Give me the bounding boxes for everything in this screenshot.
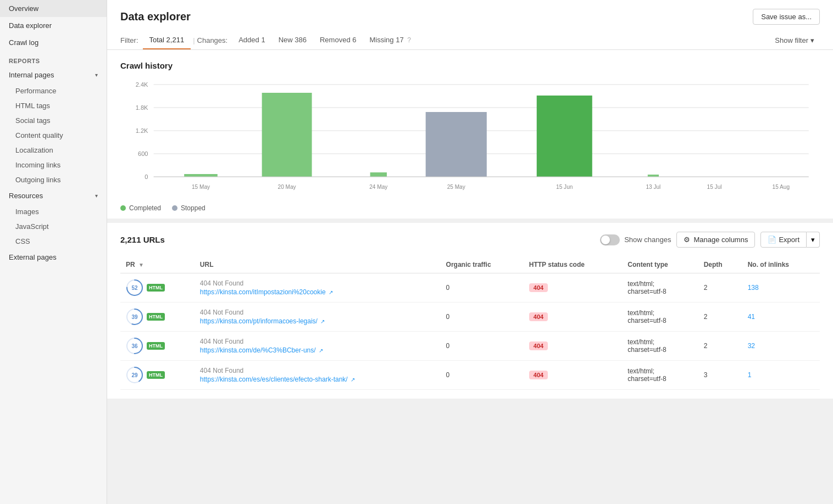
depth-cell: 3 <box>698 361 742 390</box>
svg-text:0: 0 <box>145 173 148 180</box>
sidebar-sub-item-social-tags[interactable]: Social tags <box>0 113 107 128</box>
html-badge: HTML <box>147 313 165 321</box>
svg-text:600: 600 <box>138 150 148 157</box>
sidebar-sub-item-html-tags[interactable]: HTML tags <box>0 98 107 113</box>
url-link[interactable]: https://kinsta.com/itImpostazioni%20cook… <box>200 288 435 296</box>
url-status: 404 Not Found <box>200 338 435 345</box>
sidebar-sub-item-css[interactable]: CSS <box>0 234 107 249</box>
depth-cell: 2 <box>698 303 742 332</box>
filter-tab-removed[interactable]: Removed 6 <box>313 31 363 49</box>
svg-text:24 May: 24 May <box>369 184 387 190</box>
external-link-icon: ↗ <box>351 377 355 383</box>
url-link[interactable]: https://kinsta.com/de/%C3%BCber-uns/ ↗ <box>200 346 435 354</box>
chart-legend: Completed Stopped <box>120 204 820 212</box>
svg-text:1.2K: 1.2K <box>136 127 148 134</box>
html-badge: HTML <box>147 371 165 379</box>
show-filter-button[interactable]: Show filter ▾ <box>769 33 820 48</box>
table-row: 29 HTML 404 Not Found https://kinsta.com… <box>120 361 820 390</box>
show-changes-toggle-container: Show changes <box>600 234 671 245</box>
svg-text:15 May: 15 May <box>192 184 210 190</box>
sidebar-sub-item-performance[interactable]: Performance <box>0 83 107 98</box>
url-link[interactable]: https://kinsta.com/pt/informacoes-legais… <box>200 317 435 325</box>
export-dropdown-button[interactable]: ▾ <box>807 232 820 248</box>
url-link[interactable]: https://kinsta.com/es/es/clientes/efecto… <box>200 376 435 383</box>
pr-cell: 39 HTML <box>120 303 195 332</box>
pr-indicator: 52 <box>126 279 143 296</box>
col-organic-traffic[interactable]: Organic traffic <box>441 256 524 273</box>
table-header-row: PR ▼ URL Organic traffic HTTP status cod… <box>120 256 820 273</box>
inlinks-link[interactable]: 1 <box>748 371 752 379</box>
filter-tab-new[interactable]: New 386 <box>272 31 313 49</box>
col-content-type[interactable]: Content type <box>622 256 698 273</box>
sidebar-item-overview[interactable]: Overview <box>0 0 107 17</box>
filter-label: Filter: <box>120 36 138 44</box>
sidebar-sub-item-images[interactable]: Images <box>0 204 107 219</box>
sidebar-sub-item-content-quality[interactable]: Content quality <box>0 128 107 143</box>
chart-container: 2.4K 1.8K 1.2K 600 0 15 May 20 May 24 Ma… <box>120 79 820 200</box>
status-badge: 404 <box>529 371 548 379</box>
http-status-cell: 404 <box>524 332 623 361</box>
show-changes-toggle[interactable] <box>600 234 620 245</box>
sidebar-item-crawl-log[interactable]: Crawl log <box>0 34 107 51</box>
organic-traffic-cell: 0 <box>441 361 524 390</box>
pr-cell: 36 HTML <box>120 332 195 361</box>
svg-rect-12 <box>262 93 312 177</box>
sidebar-item-external-pages[interactable]: External pages <box>0 249 107 266</box>
table-controls: Show changes ⚙ Manage columns 📄 Export ▾ <box>600 232 820 248</box>
col-inlinks[interactable]: No. of inlinks <box>742 256 820 273</box>
svg-rect-18 <box>537 96 592 177</box>
sidebar-sub-item-incoming-links[interactable]: Incoming links <box>0 158 107 172</box>
filter-tab-added[interactable]: Added 1 <box>232 31 271 49</box>
pr-arc-svg: 29 <box>126 366 143 384</box>
chart-section: Crawl history 2.4K 1.8K 1.2K 600 0 <box>107 50 833 223</box>
inlinks-link[interactable]: 138 <box>748 284 759 292</box>
filter-tab-total[interactable]: Total 2,211 <box>143 31 191 49</box>
svg-text:15 Jul: 15 Jul <box>707 184 722 190</box>
toggle-thumb <box>601 236 610 244</box>
save-issue-button[interactable]: Save issue as... <box>753 9 820 25</box>
svg-text:15 Aug: 15 Aug <box>773 184 790 190</box>
header-top: Data explorer Save issue as... <box>120 9 820 25</box>
filter-changes-sep: | <box>193 32 195 49</box>
chart-svg: 2.4K 1.8K 1.2K 600 0 15 May 20 May 24 Ma… <box>120 79 820 200</box>
status-badge: 404 <box>529 312 548 321</box>
status-badge: 404 <box>529 283 548 292</box>
filter-tab-missing[interactable]: Missing 17 ? <box>363 31 417 49</box>
sidebar: OverviewData explorerCrawl log REPORTS I… <box>0 0 107 504</box>
pr-arc-svg: 36 <box>126 337 143 355</box>
missing-help-icon: ? <box>407 36 411 44</box>
inlinks-link[interactable]: 32 <box>748 342 755 350</box>
sidebar-item-data-explorer[interactable]: Data explorer <box>0 17 107 34</box>
export-icon: 📄 <box>768 236 776 244</box>
content-type-cell: text/html;charset=utf-8 <box>622 273 698 303</box>
http-status-cell: 404 <box>524 303 623 332</box>
col-depth[interactable]: Depth <box>698 256 742 273</box>
table-row: 36 HTML 404 Not Found https://kinsta.com… <box>120 332 820 361</box>
col-url[interactable]: URL <box>195 256 441 273</box>
svg-text:39: 39 <box>131 314 138 320</box>
content-area: Crawl history 2.4K 1.8K 1.2K 600 0 <box>107 50 833 504</box>
chevron-down-icon: ▾ <box>810 36 814 44</box>
sidebar-sub-item-outgoing-links[interactable]: Outgoing links <box>0 172 107 187</box>
sidebar-group-internal-pages[interactable]: Internal pages▾ <box>0 66 107 83</box>
export-button-group: 📄 Export ▾ <box>760 232 820 248</box>
table-row: 52 HTML 404 Not Found https://kinsta.com… <box>120 273 820 303</box>
data-table: PR ▼ URL Organic traffic HTTP status cod… <box>120 256 820 390</box>
col-pr[interactable]: PR ▼ <box>120 256 195 273</box>
content-type-cell: text/html;charset=utf-8 <box>622 303 698 332</box>
sidebar-sub-item-localization[interactable]: Localization <box>0 143 107 158</box>
url-status: 404 Not Found <box>200 279 435 287</box>
pr-cell: 29 HTML <box>120 361 195 390</box>
inlinks-link[interactable]: 41 <box>748 313 755 321</box>
pr-cell: 52 HTML <box>120 273 195 303</box>
url-cell: 404 Not Found https://kinsta.com/de/%C3%… <box>195 332 441 361</box>
svg-text:52: 52 <box>131 285 138 291</box>
organic-traffic-cell: 0 <box>441 303 524 332</box>
manage-columns-button[interactable]: ⚙ Manage columns <box>676 232 755 248</box>
inlinks-cell: 32 <box>742 332 820 361</box>
svg-text:20 May: 20 May <box>278 184 296 190</box>
export-button[interactable]: 📄 Export <box>760 232 807 248</box>
sidebar-group-resources[interactable]: Resources▾ <box>0 187 107 204</box>
sidebar-sub-item-javascript[interactable]: JavaScript <box>0 219 107 234</box>
col-http-status[interactable]: HTTP status code <box>524 256 623 273</box>
